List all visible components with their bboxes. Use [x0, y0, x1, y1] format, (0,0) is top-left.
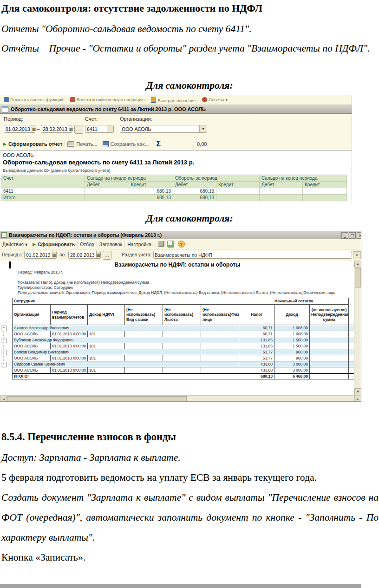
print-button[interactable]: Печать...	[67, 141, 97, 147]
col-income-code: Доход НДФЛ	[88, 305, 125, 325]
date-from-input[interactable]: 01.02.2013▦	[4, 125, 35, 133]
help-icon[interactable]: ?	[178, 241, 185, 248]
col-credit: Кредит	[216, 182, 260, 188]
doc-paragraph-reports: Отчеты "Оборотно-сальдовая ведомость по …	[1, 22, 378, 36]
detail-row: ООО АСОЛЬ01.01.2013 0:00:0010160,711 008…	[13, 331, 356, 337]
ndfl-window-titlebar[interactable]: Взаиморасчеты по НДФП: остатки и обороты…	[0, 231, 361, 239]
close-button[interactable]: ×	[357, 232, 361, 239]
osv-window-titlebar[interactable]: Оборотно-сальдовая ведомость по счету 64…	[0, 105, 352, 114]
doc-paragraph-access: Доступ: Зарплата - Зарплата к выплате.	[1, 451, 378, 464]
restore-settings-icon[interactable]	[158, 241, 164, 247]
col-person: (Не использовать)Физическое лицо	[201, 305, 239, 325]
account-input[interactable]: 6411...	[85, 125, 114, 133]
text-cursor	[9, 261, 11, 268]
header-button[interactable]: Заголовок	[99, 242, 122, 247]
horizontal-scroll-thumb[interactable]	[7, 396, 187, 402]
account-label: Счет:	[85, 116, 98, 122]
doc-caption-self-check-1: Для самоконтроля:	[0, 80, 379, 91]
osv-report-area: ООО АСОЛЬ Оборотно-сальдовая ведомость п…	[0, 150, 352, 203]
toolbar-item-tips[interactable]: Советы ▾	[202, 97, 228, 102]
collapse-group-toggle[interactable]: −	[1, 338, 7, 343]
doc-paragraph-feb5: 5 февраля подготовить ведомость на уплат…	[1, 470, 378, 484]
detail-row: ООО АСОЛЬ01.01.2013 0:00:00101433,803 00…	[13, 367, 356, 373]
report-org-name: ООО АСОЛЬ	[3, 152, 33, 158]
chevron-down-icon[interactable]: ▼	[353, 251, 361, 259]
vertical-scrollbar[interactable]: ▲ ▼	[354, 261, 361, 395]
date-range-dash: –	[37, 126, 39, 131]
quick-learning-icon	[151, 97, 156, 103]
show-panel-icon	[4, 97, 9, 102]
maximize-button[interactable]: □	[349, 232, 356, 239]
sigma-icon[interactable]: Σ	[156, 140, 161, 148]
calendar-icon[interactable]: ▦	[52, 251, 57, 258]
run-icon: ▶	[3, 142, 7, 146]
filter-button[interactable]: Отбор	[80, 242, 94, 247]
scroll-right-icon[interactable]: ►	[354, 396, 361, 402]
toolbar-item-show-panel[interactable]: Показать панель функций	[4, 97, 64, 102]
chevron-down-icon[interactable]: ▼	[199, 125, 207, 132]
doc-heading-self-check: Для самоконтроля: отсутствие задолженнос…	[1, 1, 378, 15]
col-account: Счет	[1, 175, 85, 188]
col-org: Организация	[13, 305, 51, 325]
bottom-gray-bar	[0, 584, 361, 588]
save-settings-icon[interactable]	[167, 241, 174, 248]
period-to-label: по:	[59, 252, 66, 257]
actions-menu-button[interactable]: Действия ▾	[2, 242, 27, 247]
group-row: Бубликов Александр Федорович131,851 500,…	[13, 337, 356, 343]
collapse-group-toggle[interactable]: −	[1, 350, 7, 355]
report-window-icon	[1, 232, 7, 238]
date-to-input[interactable]: 28.02.2013▦	[41, 125, 72, 133]
col-debit: Дебет	[173, 182, 216, 188]
minimize-button[interactable]: _	[341, 232, 348, 239]
settings-button[interactable]: Настройка...	[127, 242, 155, 247]
collapse-group-toggle[interactable]: −	[1, 362, 7, 367]
sum-total-value: 0,00	[197, 141, 207, 147]
ndfl-window-title: Взаиморасчеты по НДФП: остатки и обороты…	[9, 232, 162, 238]
col-rate: (Не использовать) Вид ставки	[125, 305, 163, 325]
form-report-button[interactable]: ▶Сформировать отчет	[3, 141, 62, 147]
section-select[interactable]: Взаиморасчеты по НДФП	[153, 251, 352, 259]
col-turnover: Обороты за период	[173, 175, 260, 182]
function-panel-toolbar: Показать панель функций Ввести хозяйстве…	[0, 95, 352, 105]
ndfl-table: Сотрудник Начальный остаток Организация …	[12, 298, 356, 379]
col-tax: Налог	[239, 305, 274, 325]
report-fields-line: Поля детальных записей: Организация, Пер…	[18, 290, 335, 295]
tree-connector	[3, 331, 4, 364]
period-to-input[interactable]: 28.02.2013▦	[68, 251, 101, 259]
calendar-icon[interactable]: ▦	[96, 251, 101, 258]
ndfl-report-area: Взаиморасчеты по НДФЛ: остатки и обороты…	[0, 261, 361, 395]
horizontal-scrollbar[interactable]: ◄ ►	[0, 395, 361, 402]
scroll-up-icon[interactable]: ▲	[354, 261, 361, 268]
scroll-left-icon[interactable]: ◄	[0, 396, 7, 402]
col-benefit: (Не использовать) Льгота	[163, 305, 201, 325]
org-label: Организация:	[120, 116, 152, 122]
calendar-icon[interactable]: ▦	[32, 125, 36, 132]
form-button[interactable]: ▶Сформировать	[33, 242, 75, 247]
period-options-button[interactable]: ...	[74, 125, 83, 134]
doc-caption-self-check-2: Для самоконтроля:	[0, 213, 379, 224]
toolbar-item-quick-learning[interactable]: Быстрое освоение	[151, 97, 196, 103]
organization-select[interactable]: ООО АСОЛЬ▼	[120, 125, 207, 133]
report-data-line: Выводимые данные: БУ (данные бухгалтерск…	[3, 168, 111, 173]
collapse-group-toggle[interactable]: −	[1, 326, 7, 331]
doc-heading-854: 8.5.4. Перечисление взносов в фонды	[1, 430, 378, 444]
account-picker-button[interactable]: ...	[107, 125, 113, 132]
report-groupings-line: Группировки строк: Сотрудник	[18, 285, 73, 290]
col-credit: Кредит	[129, 182, 173, 188]
period-from-input[interactable]: 01.02.2013▦	[24, 251, 57, 259]
ndfl-report-title: Взаиморасчеты по НДФЛ: остатки и обороты	[12, 261, 343, 268]
run-icon: ▶	[33, 242, 36, 247]
table-row: 6411 680,13 680,13	[1, 188, 347, 195]
calendar-icon[interactable]: ▦	[69, 125, 73, 132]
period-options-button[interactable]: ...	[103, 251, 111, 260]
report-title: Оборотно-сальдовая ведомость по счету 64…	[3, 159, 194, 166]
group-row: Волков Владимир Викторович53,77960,00	[13, 349, 356, 355]
doc-paragraph-reports-other: Отчёты – Прочие - "Остатки и обороты" ра…	[1, 39, 378, 59]
table-row-total: Итого 680,13 680,13	[1, 195, 347, 201]
vertical-scroll-thumb[interactable]	[355, 268, 361, 287]
toolbar-item-enter-operation[interactable]: Ввести хозяйственную операцию	[70, 97, 145, 102]
caret-down-icon: ▾	[25, 242, 27, 247]
save-as-button[interactable]: Сохранить как...	[103, 141, 149, 147]
scroll-down-icon[interactable]: ▼	[354, 388, 361, 395]
caret-down-icon: ▾	[225, 97, 228, 102]
